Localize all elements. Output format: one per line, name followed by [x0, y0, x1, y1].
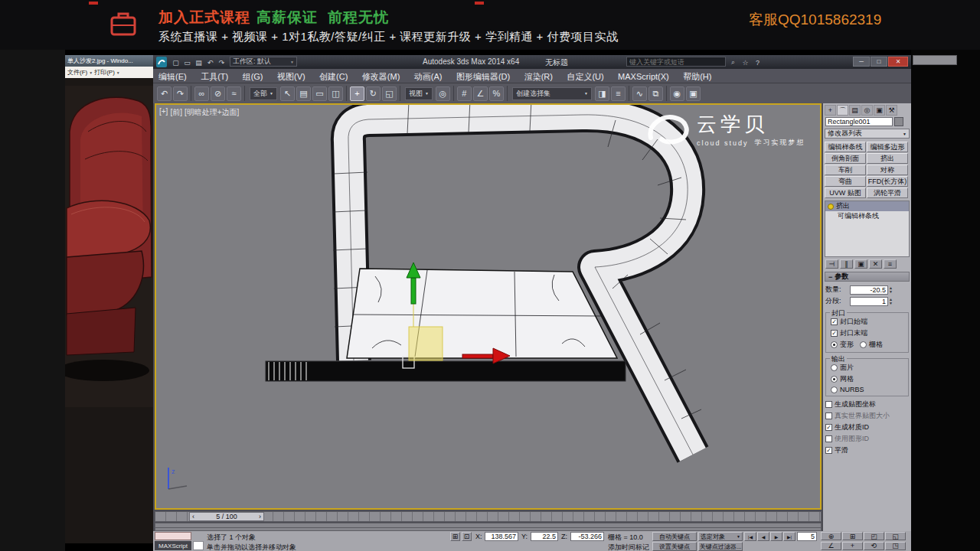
max-app-logo[interactable]: [156, 57, 167, 67]
checkbox-cap-end[interactable]: ✓: [831, 330, 838, 337]
viewport-menu-view[interactable]: [前]: [170, 107, 182, 118]
radio-patch[interactable]: [831, 364, 838, 371]
undo-icon[interactable]: ↶: [205, 57, 215, 67]
menu-modifiers[interactable]: 修改器(M): [357, 69, 406, 85]
remove-modifier-icon[interactable]: ✕: [869, 259, 882, 269]
viewport-menu-plus[interactable]: [+]: [159, 107, 168, 118]
menu-help[interactable]: 帮助(H): [678, 69, 717, 85]
segments-field[interactable]: 1: [850, 297, 888, 306]
checkbox-real-world-map[interactable]: [825, 412, 832, 419]
material-editor-icon[interactable]: ◉: [670, 86, 684, 101]
named-selection-dropdown[interactable]: 创建选择集 ▼: [512, 87, 592, 100]
modifier-btn-turbosmooth[interactable]: 涡轮平滑: [867, 187, 908, 198]
zoom-icon[interactable]: ⊕: [821, 532, 841, 540]
close-button[interactable]: ✕: [888, 57, 908, 67]
menu-customize[interactable]: 自定义(U): [561, 69, 609, 85]
radio-mesh[interactable]: [831, 376, 838, 383]
undo-tool-icon[interactable]: ↶: [157, 86, 172, 101]
tab-create-icon[interactable]: +: [825, 105, 836, 116]
modifier-btn-uvw-map[interactable]: UVW 贴图: [825, 187, 866, 198]
use-center-icon[interactable]: ◎: [436, 86, 450, 101]
mini-listener-pink[interactable]: [155, 532, 191, 540]
menu-edit[interactable]: 编辑(E): [153, 69, 192, 85]
schematic-view-icon[interactable]: ⧉: [648, 86, 663, 101]
menu-group[interactable]: 组(G): [237, 69, 269, 85]
file-menu[interactable]: 文件(F): [67, 68, 87, 77]
parameters-rollout-header[interactable]: − 参数: [825, 272, 910, 282]
help-icon[interactable]: ?: [753, 57, 763, 67]
go-to-end-icon[interactable]: ▶|: [783, 532, 795, 541]
transform-typein-icon[interactable]: ⊞: [450, 532, 460, 541]
modifier-btn-symmetry[interactable]: 对称: [867, 165, 908, 175]
tab-utilities-icon[interactable]: ⚒: [886, 105, 897, 116]
set-key-button[interactable]: 设置关键点: [652, 542, 697, 551]
slider-right-arrow-icon[interactable]: ›: [259, 513, 261, 520]
zoom-all-icon[interactable]: ⊞: [842, 532, 863, 540]
modifier-btn-ffd-box[interactable]: FFD(长方体): [867, 176, 908, 187]
amount-field[interactable]: -20.5: [850, 285, 888, 295]
add-time-tag[interactable]: 添加时间标记: [608, 543, 649, 551]
checkbox-mapping-coords[interactable]: [825, 401, 832, 408]
checkbox-material-ids[interactable]: ✓: [825, 424, 832, 431]
modifier-btn-edit-spline[interactable]: 编辑样条线: [825, 142, 866, 152]
redo-tool-icon[interactable]: ↷: [173, 86, 188, 101]
menu-create[interactable]: 创建(C): [314, 69, 353, 85]
tab-hierarchy-icon[interactable]: ▤: [849, 105, 861, 116]
photo-viewer-titlebar[interactable]: 单人沙发2.jpg - Windo...: [65, 55, 153, 67]
modifier-list-dropdown[interactable]: 修改器列表 ▼: [825, 129, 910, 139]
object-color-swatch[interactable]: [894, 117, 903, 126]
search-input[interactable]: [626, 57, 726, 67]
window-crossing-icon[interactable]: ◫: [328, 86, 343, 101]
field-of-view-icon[interactable]: ∠: [821, 542, 841, 550]
reference-coordinate-dropdown[interactable]: 视图 ▼: [405, 87, 433, 100]
menu-animation[interactable]: 动画(A): [409, 69, 448, 85]
viewport-canvas[interactable]: z: [156, 105, 820, 508]
select-move-icon[interactable]: +: [350, 86, 364, 101]
x-coord-field[interactable]: 138.567: [485, 532, 518, 541]
percent-snap-icon[interactable]: %: [489, 86, 504, 101]
slider-left-arrow-icon[interactable]: ‹: [192, 513, 194, 520]
checkbox-cap-start[interactable]: ✓: [831, 318, 838, 325]
current-frame-field[interactable]: 5: [797, 532, 817, 541]
checkbox-smooth[interactable]: ✓: [825, 447, 832, 454]
gizmo-y-axis[interactable]: [411, 278, 416, 304]
time-slider[interactable]: ‹ 5 / 100 ›: [189, 512, 264, 521]
timeline-track[interactable]: ‹ 5 / 100 ›: [155, 511, 822, 522]
tab-display-icon[interactable]: ▣: [874, 105, 885, 116]
workspace-dropdown[interactable]: 工作区: 默认 ▼: [230, 57, 297, 67]
maximize-viewport-icon[interactable]: ◳: [885, 542, 906, 550]
zoom-extents-icon[interactable]: ◰: [864, 532, 884, 540]
select-link-icon[interactable]: ∞: [194, 86, 209, 101]
tab-motion-icon[interactable]: ◎: [861, 105, 873, 116]
modifier-btn-bevel-profile[interactable]: 倒角剖面: [825, 153, 866, 164]
print-menu[interactable]: 打印(P): [94, 68, 115, 77]
previous-frame-icon[interactable]: ◀: [757, 532, 769, 541]
redo-icon[interactable]: ↷: [217, 57, 227, 67]
selection-lock-icon[interactable]: ⊡: [462, 532, 472, 541]
select-rotate-icon[interactable]: ↻: [366, 86, 381, 101]
region-select-icon[interactable]: ▭: [312, 86, 327, 101]
zoom-extents-all-icon[interactable]: ◱: [885, 532, 906, 540]
amount-spinner[interactable]: ▲▼: [889, 286, 893, 294]
make-unique-icon[interactable]: ▣: [854, 259, 867, 269]
menu-rendering[interactable]: 渲染(R): [519, 69, 558, 85]
play-icon[interactable]: ▶: [770, 532, 782, 541]
auto-key-button[interactable]: 自动关键点: [652, 532, 697, 541]
menu-views[interactable]: 视图(V): [272, 69, 311, 85]
select-scale-icon[interactable]: ◱: [382, 86, 397, 101]
segments-spinner[interactable]: ▲▼: [889, 298, 893, 305]
object-name-field[interactable]: Rectangle001: [825, 117, 893, 126]
modifier-btn-edit-poly[interactable]: 编辑多边形: [867, 142, 908, 152]
maximize-button[interactable]: □: [871, 57, 887, 67]
select-object-icon[interactable]: ↖: [280, 86, 295, 101]
visibility-bulb-icon[interactable]: [828, 204, 834, 210]
y-coord-field[interactable]: 22.5: [531, 532, 558, 541]
save-file-icon[interactable]: ▤: [194, 57, 204, 67]
open-file-icon[interactable]: ▭: [182, 57, 192, 67]
modifier-btn-lathe[interactable]: 车削: [825, 165, 866, 175]
gizmo-x-axis[interactable]: [462, 354, 493, 358]
viewport[interactable]: z [+] [前] [明暗处理+边面] 云学贝 cloud study 学习实现…: [155, 103, 822, 510]
selection-filter-dropdown[interactable]: 全部 ▼: [250, 87, 277, 100]
curve-editor-icon[interactable]: ∿: [632, 86, 647, 101]
unlink-icon[interactable]: ⊘: [211, 86, 225, 101]
